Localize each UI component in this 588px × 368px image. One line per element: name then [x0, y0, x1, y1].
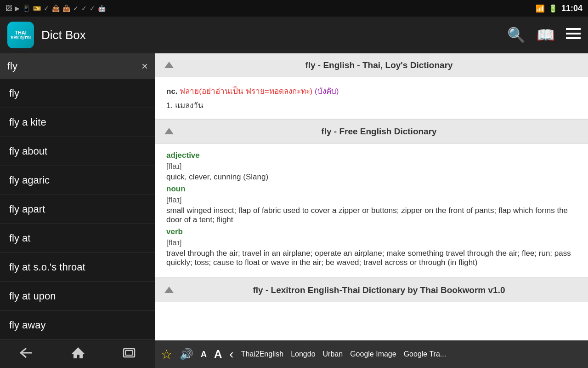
word-item-fly-a-kite[interactable]: fly a kite	[0, 108, 155, 137]
loy-meaning-value: แมลงวัน	[175, 101, 204, 110]
sidebar: × fly fly a kite fly about fly agaric fl…	[0, 53, 155, 340]
tab-urban[interactable]: Urban	[323, 350, 343, 358]
word-item-fly-agaric[interactable]: fly agaric	[0, 166, 155, 195]
pos-verb: verb	[166, 227, 577, 236]
clear-button[interactable]: ×	[141, 60, 148, 73]
phonetic-verb: [flaɪ]	[166, 238, 577, 247]
section-header-lexitron: fly - Lexitron English-Thai Dictionary b…	[155, 278, 588, 302]
dict-panel: fly - English - Thai, Loy's Dictionary n…	[155, 53, 588, 340]
wifi-icon: 📶	[536, 4, 545, 13]
notif-icon-7: 👜	[62, 5, 70, 12]
loy-nc-label: nc.	[166, 87, 178, 96]
section-header-free: fly - Free English Dictionary	[155, 120, 588, 144]
definition-adjective: quick, clever, cunning (Slang)	[166, 172, 577, 182]
word-item-fly[interactable]: fly	[0, 79, 155, 108]
loy-meaning: 1. แมลงวัน	[166, 99, 577, 111]
definition-noun: small winged insect; flap of fabric used…	[166, 206, 577, 224]
svg-rect-2	[566, 37, 581, 39]
home-nav-button[interactable]	[71, 346, 85, 362]
search-input[interactable]	[7, 60, 141, 72]
sidebar-nav-bar	[0, 340, 155, 368]
font-larger-button[interactable]: A	[214, 348, 222, 361]
notif-icon-3: 📱	[23, 5, 30, 12]
tab-google-image[interactable]: Google Image	[350, 350, 396, 358]
collapse-free-button[interactable]	[164, 126, 174, 137]
pos-noun: noun	[166, 184, 577, 194]
tab-longdo[interactable]: Longdo	[291, 350, 315, 358]
notif-icon-1: 🖼	[6, 5, 12, 12]
collapse-loy-button[interactable]	[164, 60, 174, 70]
loy-thai-text: ฟลาย(อย่าอ่านเป็น ฟราย=ทอดลงกะทะ)	[180, 87, 312, 96]
book-icon[interactable]: 📖	[537, 26, 555, 44]
top-bar-icons: 🔍 📖	[507, 26, 581, 44]
top-bar: THAI พจนานุกรม Dict Box 🔍 📖	[0, 17, 588, 53]
recents-nav-button[interactable]	[123, 347, 136, 362]
word-item-fly-apart[interactable]: fly apart	[0, 195, 155, 224]
app-title: Dict Box	[41, 28, 507, 42]
phonetic-adjective: [flaɪ]	[166, 161, 577, 171]
search-icon[interactable]: 🔍	[507, 26, 526, 44]
svg-marker-4	[72, 347, 85, 358]
section-title-free: fly - Free English Dictionary	[179, 126, 579, 137]
pos-adjective: adjective	[166, 151, 577, 160]
status-right: 📶 🔋 11:04	[536, 4, 582, 13]
word-item-fly-at-upon[interactable]: fly at upon	[0, 282, 155, 311]
notif-icon-10: ✓	[90, 5, 95, 12]
section-title-lexitron: fly - Lexitron English-Thai Dictionary b…	[179, 285, 579, 295]
back-nav-button[interactable]	[19, 346, 34, 362]
word-list: fly fly a kite fly about fly agaric fly …	[0, 79, 155, 340]
word-item-fly-at[interactable]: fly at	[0, 224, 155, 253]
search-bar: ×	[0, 53, 155, 79]
notif-icon-android: 🤖	[98, 5, 106, 12]
favorite-button[interactable]: ☆	[161, 347, 172, 362]
notif-icon-5: ✓	[44, 5, 49, 12]
loy-entry: nc. ฟลาย(อย่าอ่านเป็น ฟราย=ทอดลงกะทะ) (บ…	[155, 77, 588, 120]
loy-meaning-number: 1.	[166, 101, 173, 110]
status-bar: 🖼 ▶ 📱 🎫 ✓ 👜 👜 ✓ ✓ ✓ 🤖 📶 🔋 11:04	[0, 0, 588, 17]
battery-icon: 🔋	[548, 4, 558, 13]
phonetic-noun: [flaɪ]	[166, 195, 577, 205]
volume-button[interactable]: 🔊	[180, 348, 193, 361]
menu-icon[interactable]	[566, 28, 581, 42]
logo-line2: พจนานุกรม	[11, 35, 31, 40]
clock: 11:04	[561, 4, 582, 13]
tab-thai2english[interactable]: Thai2English	[241, 350, 284, 358]
dict-back-button[interactable]: ‹	[229, 347, 233, 362]
app-logo: THAI พจนานุกรม	[7, 22, 34, 48]
main-content: × fly fly a kite fly about fly agaric fl…	[0, 53, 588, 340]
svg-rect-6	[125, 351, 133, 355]
collapse-lexitron-button[interactable]	[164, 285, 174, 295]
tab-google-translate[interactable]: Google Tra...	[404, 350, 447, 358]
loy-nc-line: nc. ฟลาย(อย่าอ่านเป็น ฟราย=ทอดลงกะทะ) (บ…	[166, 85, 577, 97]
definition-verb: travel through the air; travel in an air…	[166, 249, 577, 267]
dict-bottom-toolbar: ☆ 🔊 A A ‹ Thai2English Longdo Urban Goog…	[155, 340, 588, 368]
bottom-bar: ☆ 🔊 A A ‹ Thai2English Longdo Urban Goog…	[0, 340, 588, 368]
section-title-loy: fly - English - Thai, Loy's Dictionary	[179, 60, 579, 70]
notif-icon-9: ✓	[81, 5, 87, 12]
word-item-fly-about[interactable]: fly about	[0, 137, 155, 166]
svg-rect-0	[566, 28, 581, 30]
notif-icon-6: 👜	[52, 5, 60, 12]
notif-icon-4: 🎫	[33, 5, 41, 12]
word-item-fly-at-throat[interactable]: fly at s.o.'s throat	[0, 253, 155, 282]
loy-obsolete: (บังคับ)	[315, 87, 339, 96]
section-header-loy: fly - English - Thai, Loy's Dictionary	[155, 53, 588, 77]
free-english-entry: adjective [flaɪ] quick, clever, cunning …	[155, 144, 588, 278]
svg-rect-1	[566, 33, 581, 34]
notif-icon-2: ▶	[15, 5, 20, 12]
font-smaller-button[interactable]: A	[201, 350, 207, 359]
word-item-fly-away[interactable]: fly away	[0, 311, 155, 340]
status-icons-left: 🖼 ▶ 📱 🎫 ✓ 👜 👜 ✓ ✓ ✓ 🤖	[6, 5, 106, 12]
notif-icon-8: ✓	[73, 5, 79, 12]
